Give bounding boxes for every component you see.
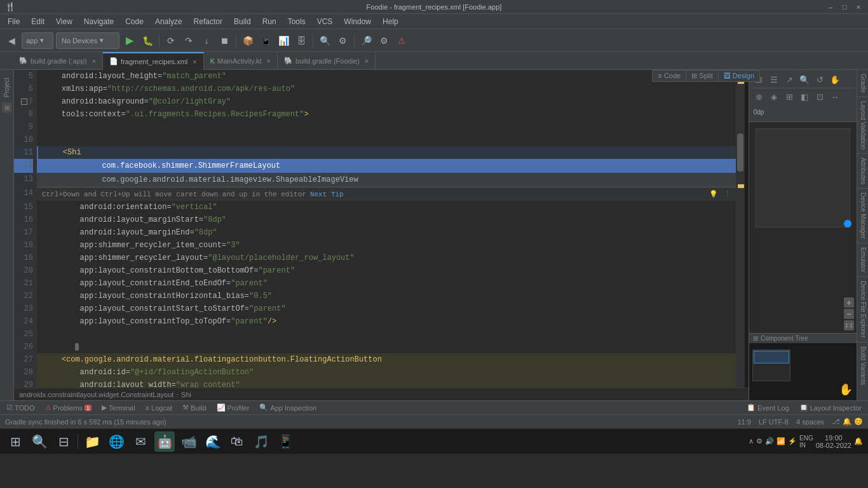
palette-icon-layer[interactable]: ◈ xyxy=(767,90,781,104)
app-inspection-tab[interactable]: 🔍 App Inspection xyxy=(257,401,319,415)
menu-view[interactable]: View xyxy=(51,16,78,27)
terminal-tab[interactable]: ▶ Terminal xyxy=(99,401,138,415)
vertical-scrollbar[interactable] xyxy=(736,70,745,388)
app-dropdown[interactable]: app ▾ xyxy=(22,32,53,49)
todo-tab[interactable]: ☑ TODO xyxy=(4,401,37,415)
event-log-tab[interactable]: 📋 Event Log xyxy=(744,401,792,415)
notifications-button[interactable]: ⚠ xyxy=(394,33,409,48)
task-view-button[interactable]: ⊟ xyxy=(53,431,74,452)
menu-edit[interactable]: Edit xyxy=(26,16,50,27)
android-studio-button[interactable]: 🤖 xyxy=(154,431,175,452)
zoom-fit-button[interactable]: 1:1 xyxy=(844,320,854,330)
layout-inspector-button[interactable]: 🔍 xyxy=(317,33,332,48)
breadcrumb-shi[interactable]: Shi xyxy=(181,391,191,398)
palette-icon-select[interactable]: ◧ xyxy=(797,90,811,104)
layout-inspector-tab[interactable]: 🔲 Layout Inspector xyxy=(797,401,864,415)
tab-build-gradle-app[interactable]: 🐘 build.gradle (:app) × xyxy=(13,52,103,70)
device-manager-label[interactable]: Device Manager xyxy=(857,189,868,243)
settings-2-button[interactable]: ⚙ xyxy=(376,33,391,48)
sync-button[interactable]: ⟳ xyxy=(163,33,179,48)
menu-help[interactable]: Help xyxy=(377,16,403,27)
logcat-tab[interactable]: ≡ Logcat xyxy=(143,401,175,415)
menu-refactor[interactable]: Refactor xyxy=(189,16,227,27)
palette-icon-2[interactable]: ☰ xyxy=(767,72,781,86)
zoom-out-button[interactable]: − xyxy=(844,309,854,319)
split-view-button[interactable]: ⊞ Split xyxy=(686,71,718,81)
sdk-manager-button[interactable]: 📦 xyxy=(240,33,255,48)
build-variants-label[interactable]: Build Variants xyxy=(857,342,868,389)
menu-build[interactable]: Build xyxy=(229,16,256,27)
attributes-panel-label[interactable]: Attributes xyxy=(857,154,868,189)
force-stop-button[interactable]: ⏹ xyxy=(217,33,232,48)
notification-bell[interactable]: 🔔 xyxy=(854,437,863,445)
tray-language[interactable]: ENGIN xyxy=(799,435,813,449)
avd-manager-button[interactable]: 📱 xyxy=(258,33,273,48)
menu-code[interactable]: Code xyxy=(120,16,149,27)
profiler-tab[interactable]: 📈 Profiler xyxy=(214,401,252,415)
code-view-button[interactable]: ≡ Code xyxy=(653,71,686,81)
menu-vcs[interactable]: VCS xyxy=(312,16,338,27)
next-tip-link[interactable]: Next Tip xyxy=(310,188,344,201)
settings-button[interactable]: ⚙ xyxy=(335,33,350,48)
menu-window[interactable]: Window xyxy=(339,16,376,27)
palette-icon-component[interactable]: ⊕ xyxy=(752,90,766,104)
autocomplete-item-2[interactable]: com.google.android.material.imageview.Sh… xyxy=(37,173,736,187)
menu-file[interactable]: File xyxy=(3,16,25,27)
menu-tools[interactable]: Tools xyxy=(283,16,311,27)
clock[interactable]: 19:00 08-02-2022 xyxy=(816,434,851,449)
preview-canvas[interactable] xyxy=(749,122,857,333)
step-over-button[interactable]: ↷ xyxy=(181,33,196,48)
tab-close-icon[interactable]: × xyxy=(365,57,369,65)
debug-button[interactable]: 🐛 xyxy=(140,33,155,48)
menu-run[interactable]: Run xyxy=(257,16,281,27)
maximize-button[interactable]: □ xyxy=(840,3,849,11)
start-button[interactable]: ⊞ xyxy=(5,431,25,452)
palette-icon-text[interactable]: 0dp xyxy=(752,105,766,119)
palette-icon-pan[interactable]: ✋ xyxy=(828,72,842,86)
email-button[interactable]: ✉ xyxy=(130,431,151,452)
code-editor[interactable]: android:layout_height="match_parent" xml… xyxy=(37,70,736,388)
no-devices-button[interactable]: No Devices ▾ xyxy=(56,32,119,49)
menu-navigate[interactable]: Navigate xyxy=(79,16,119,27)
zoom-in-button[interactable]: + xyxy=(844,297,854,308)
database-button[interactable]: 🗄 xyxy=(294,33,309,48)
tab-close-icon[interactable]: × xyxy=(193,58,196,65)
tab-fragment-recipes-xml[interactable]: 📄 fragment_recipes.xml × xyxy=(103,52,204,70)
structure-panel-icon[interactable]: ⊞ xyxy=(2,102,12,112)
breakpoint-icon[interactable]: · xyxy=(21,98,27,105)
minimize-button[interactable]: – xyxy=(826,3,835,11)
gradle-panel-label[interactable]: Gradle xyxy=(857,70,868,97)
breadcrumb-constraint-layout[interactable]: androidx.constraintlayout.widget.Constra… xyxy=(19,391,173,398)
tab-close-icon[interactable]: × xyxy=(92,57,96,65)
palette-icon-connect[interactable]: ⊡ xyxy=(813,90,827,104)
fold-icon[interactable] xyxy=(75,343,79,351)
palette-icon-zoom[interactable]: 🔍 xyxy=(797,72,811,86)
store-button[interactable]: 🛍 xyxy=(227,431,247,452)
menu-analyze[interactable]: Analyze xyxy=(150,16,187,27)
close-button[interactable]: × xyxy=(854,3,863,11)
step-into-button[interactable]: ↓ xyxy=(199,33,214,48)
explorer-button[interactable]: 📁 xyxy=(82,431,102,452)
pan-cursor-icon[interactable]: ✋ xyxy=(839,383,853,396)
phone-button[interactable]: 📱 xyxy=(275,431,295,452)
browser-button[interactable]: 🌐 xyxy=(106,431,126,452)
scrollbar-thumb[interactable] xyxy=(737,133,743,172)
tab-build-gradle-foodie[interactable]: 🐘 build.gradle (Foodie) × xyxy=(278,52,376,70)
tab-close-icon[interactable]: × xyxy=(267,57,271,65)
palette-icon-refresh[interactable]: ↺ xyxy=(813,72,827,86)
problems-tab[interactable]: ⚠ Problems 1 xyxy=(43,401,94,415)
tray-up-arrow[interactable]: ∧ xyxy=(749,437,754,445)
music-button[interactable]: 🎵 xyxy=(251,431,271,452)
more-options-icon[interactable]: ⋮ xyxy=(724,188,731,201)
tab-main-activity-kt[interactable]: K MainActivity.kt × xyxy=(204,52,278,70)
search-everywhere-button[interactable]: 🔎 xyxy=(358,33,374,48)
palette-icon-arrow[interactable]: ↗ xyxy=(782,72,796,86)
search-button[interactable]: 🔍 xyxy=(29,431,50,452)
device-file-explorer-label[interactable]: Device File Explorer xyxy=(857,277,868,342)
palette-icon-grid[interactable]: ⊞ xyxy=(782,90,796,104)
design-view-button[interactable]: 🖼 Design xyxy=(719,71,759,81)
back-button[interactable]: ◀ xyxy=(4,33,19,48)
meet-button[interactable]: 📹 xyxy=(179,431,199,452)
emulator-label[interactable]: Emulator xyxy=(857,243,868,277)
profiler-button[interactable]: 📊 xyxy=(276,33,291,48)
